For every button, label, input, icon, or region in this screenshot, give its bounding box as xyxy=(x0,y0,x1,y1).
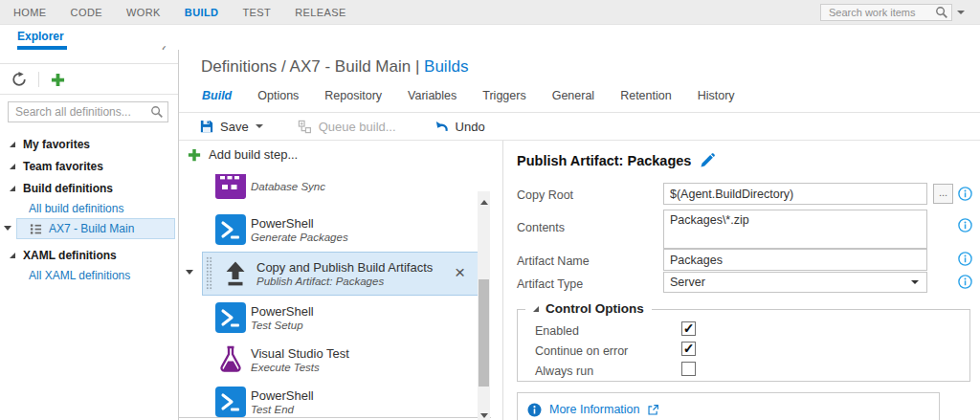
nav-work[interactable]: WORK xyxy=(126,7,161,18)
field-label-artifact-type: Artifact Type xyxy=(517,277,583,291)
info-icon[interactable] xyxy=(958,218,972,232)
save-icon xyxy=(200,120,213,133)
search-icon[interactable] xyxy=(150,105,164,119)
scroll-up-icon[interactable] xyxy=(480,200,488,205)
publish-artifact-icon xyxy=(220,258,251,289)
info-icon[interactable] xyxy=(958,252,972,266)
info-icon[interactable] xyxy=(958,275,972,289)
expander-icon[interactable] xyxy=(533,306,539,312)
expander-icon[interactable] xyxy=(10,186,15,191)
divider xyxy=(0,63,178,64)
definition-context-caret-icon[interactable] xyxy=(4,226,11,231)
sidebar-item-my-favorites[interactable]: My favorites xyxy=(0,135,178,154)
step-subtitle[interactable]: Generate Packages xyxy=(251,232,348,243)
build-steps-list: Database Sync PowerShell Generate Packag… xyxy=(179,174,491,417)
sidebar-item-all-xaml-definitions[interactable]: All XAML definitions xyxy=(29,269,130,282)
pane-divider xyxy=(502,141,503,420)
nav-code[interactable]: CODE xyxy=(71,7,102,18)
expander-icon[interactable] xyxy=(10,253,15,258)
step-subtitle[interactable]: Test End xyxy=(251,404,294,415)
add-build-step-button[interactable]: Add build step... xyxy=(188,147,298,162)
artifact-name-input[interactable] xyxy=(663,249,927,271)
search-icon[interactable] xyxy=(935,6,948,19)
step-subtitle[interactable]: Test Setup xyxy=(251,320,303,331)
step-context-caret-icon[interactable] xyxy=(186,270,193,275)
breadcrumb-builds-link[interactable]: Builds xyxy=(424,57,468,76)
definition-name: AX7 - Build Main xyxy=(49,222,134,235)
remove-step-icon[interactable]: × xyxy=(455,263,465,281)
breadcrumb: Definitions / AX7 - Build Main | Builds xyxy=(201,57,468,77)
step-subtitle[interactable]: Execute Tests xyxy=(251,362,320,373)
step-settings-title: Publish Artifact: Packages xyxy=(517,153,715,168)
step-drag-handle[interactable] xyxy=(206,256,212,291)
work-item-search-box[interactable] xyxy=(820,4,952,21)
continue-on-error-checkbox[interactable]: ✓ xyxy=(681,342,696,356)
tab-general[interactable]: General xyxy=(552,89,594,102)
step-title[interactable]: Copy and Publish Build Artifacts xyxy=(256,260,433,275)
external-link-icon[interactable] xyxy=(647,404,659,416)
scrollbar-thumb[interactable] xyxy=(479,279,489,387)
nav-home[interactable]: HOME xyxy=(13,7,47,18)
definition-search-box[interactable] xyxy=(8,101,168,122)
control-options-title: Control Options xyxy=(546,301,644,316)
step-title[interactable]: PowerShell xyxy=(251,304,314,319)
scroll-down-icon[interactable] xyxy=(480,413,488,418)
more-information-panel: More Information xyxy=(517,392,940,420)
nav-release[interactable]: RELEASE xyxy=(295,7,346,18)
sidebar-item-build-definitions[interactable]: Build definitions xyxy=(0,179,178,198)
powershell-icon xyxy=(215,387,246,417)
checkbox-label-continue-on-error: Continue on error xyxy=(535,344,628,358)
step-title[interactable]: PowerShell xyxy=(251,216,314,231)
enabled-checkbox[interactable]: ✓ xyxy=(681,321,696,336)
tab-variables[interactable]: Variables xyxy=(408,89,457,102)
editor-toolbar: Save Queue build... Undo xyxy=(200,113,485,140)
queue-build-button[interactable]: Queue build... xyxy=(298,120,396,134)
step-title[interactable]: PowerShell xyxy=(251,388,314,403)
artifact-type-select[interactable]: Server xyxy=(663,272,927,293)
expander-icon[interactable] xyxy=(10,164,15,169)
tab-build[interactable]: Build xyxy=(202,89,232,102)
tab-repository[interactable]: Repository xyxy=(324,89,382,102)
expander-icon[interactable] xyxy=(10,142,15,147)
search-scope-caret-icon[interactable] xyxy=(957,11,965,14)
save-button[interactable]: Save xyxy=(200,120,263,134)
group-label: My favorites xyxy=(23,138,90,151)
contents-textarea[interactable]: Packages\*.zip xyxy=(663,210,927,249)
copy-root-input[interactable] xyxy=(663,183,927,205)
info-icon[interactable] xyxy=(958,187,972,201)
tab-retention[interactable]: Retention xyxy=(620,89,672,102)
tab-history[interactable]: History xyxy=(698,89,735,102)
sidebar-item-ax7-build-main[interactable]: AX7 - Build Main xyxy=(16,218,175,239)
divider xyxy=(179,140,980,141)
sidebar-item-xaml-definitions[interactable]: XAML definitions xyxy=(0,246,178,265)
top-navigation-bar: HOME CODE WORK BUILD TEST RELEASE xyxy=(0,0,980,25)
tab-explorer[interactable]: Explorer xyxy=(17,30,64,43)
step-subtitle[interactable]: Publish Artifact: Packages xyxy=(256,276,384,287)
build-definition-icon xyxy=(30,223,42,235)
browse-button[interactable]: ... xyxy=(933,184,953,204)
control-options-header[interactable]: Control Options xyxy=(525,301,652,316)
vstest-flask-icon xyxy=(215,344,246,375)
work-item-search-input[interactable] xyxy=(829,7,935,18)
new-definition-plus-icon[interactable] xyxy=(51,73,65,87)
control-options-group: Control Options Enabled ✓ Continue on er… xyxy=(517,309,970,382)
nav-build[interactable]: BUILD xyxy=(185,7,219,18)
sidebar-item-team-favorites[interactable]: Team favorites xyxy=(0,157,178,176)
queue-build-label: Queue build... xyxy=(319,120,396,134)
definition-search-input[interactable] xyxy=(15,105,150,119)
group-label: Team favorites xyxy=(23,160,103,173)
rename-pencil-icon[interactable] xyxy=(700,153,715,168)
undo-button[interactable]: Undo xyxy=(434,120,485,134)
always-run-checkbox[interactable] xyxy=(681,362,696,376)
tab-triggers[interactable]: Triggers xyxy=(482,89,525,102)
sidebar-item-all-build-definitions[interactable]: All build definitions xyxy=(29,202,123,215)
nav-test[interactable]: TEST xyxy=(242,7,271,18)
more-information-link[interactable]: More Information xyxy=(549,403,639,416)
save-menu-caret-icon[interactable] xyxy=(256,124,263,128)
checkbox-label-enabled: Enabled xyxy=(535,324,579,338)
step-subtitle[interactable]: Database Sync xyxy=(251,181,325,192)
steps-scrollbar[interactable] xyxy=(478,191,490,420)
tab-options[interactable]: Options xyxy=(257,89,299,102)
step-title[interactable]: Visual Studio Test xyxy=(251,346,349,361)
refresh-icon[interactable] xyxy=(11,72,27,87)
